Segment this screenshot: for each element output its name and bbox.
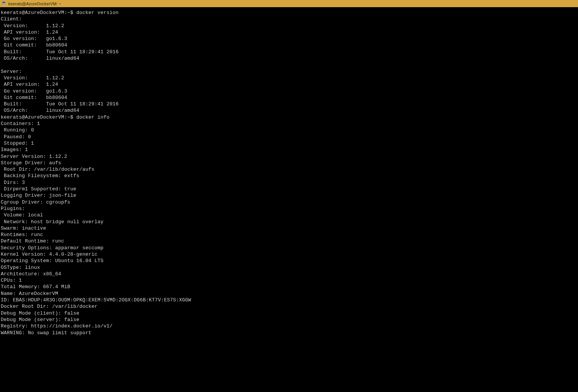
svg-rect-3 <box>3 5 5 6</box>
terminal-line: Total Memory: 667.4 MiB <box>1 284 577 290</box>
terminal-line: Volume: local <box>1 212 577 218</box>
terminal-output[interactable]: keerats@AzureDockerVM:~$ docker versionC… <box>0 7 578 338</box>
window-title: keerats@AzureDockerVM: ~ <box>8 2 61 6</box>
terminal-line: Debug Mode (client): false <box>1 310 577 316</box>
terminal-line: Cgroup Driver: cgroupfs <box>1 199 577 205</box>
terminal-line: Root Dir: /var/lib/docker/aufs <box>1 166 577 173</box>
terminal-line: Version: 1.12.2 <box>1 23 577 29</box>
terminal-line: API version: 1.24 <box>1 81 577 88</box>
terminal-line: Swarm: inactive <box>1 225 577 231</box>
terminal-line: Operating System: Ubuntu 16.04 LTS <box>1 258 577 264</box>
terminal-line: Network: host bridge null overlay <box>1 219 577 225</box>
terminal-line: Backing Filesystem: extfs <box>1 173 577 179</box>
terminal-line: Name: AzureDockerVM <box>1 290 577 297</box>
terminal-line: Debug Mode (server): false <box>1 316 577 323</box>
terminal-line: Running: 0 <box>1 127 577 133</box>
terminal-line: Registry: https://index.docker.io/v1/ <box>1 323 577 329</box>
terminal-line: Paused: 0 <box>1 134 577 140</box>
terminal-line: Runtimes: runc <box>1 231 577 238</box>
terminal-line: OS/Arch: linux/amd64 <box>1 55 577 62</box>
terminal-line: Built: Tue Oct 11 18:29:41 2016 <box>1 101 577 107</box>
terminal-line: keerats@AzureDockerVM:~$ docker info <box>1 114 577 120</box>
terminal-line: Dirs: 3 <box>1 179 577 186</box>
terminal-line: Docker Root Dir: /var/lib/docker <box>1 303 577 310</box>
terminal-line: Server: <box>1 68 577 75</box>
terminal-line: Plugins: <box>1 205 577 212</box>
terminal-line: OSType: linux <box>1 264 577 271</box>
terminal-line: Dirperm1 Supported: true <box>1 186 577 192</box>
terminal-line: keerats@AzureDockerVM:~$ docker version <box>1 9 577 16</box>
terminal-line: ID: EBAS:HDUP:4R3O:OUDM:OPKQ:EXEM:5VMD:2… <box>1 297 577 303</box>
terminal-line: Architecture: x86_64 <box>1 271 577 277</box>
terminal-line: Stopped: 1 <box>1 140 577 147</box>
terminal-line: Git commit: bb80604 <box>1 42 577 48</box>
terminal-line: Default Runtime: runc <box>1 238 577 244</box>
terminal-line: Storage Driver: aufs <box>1 160 577 166</box>
terminal-line: Client: <box>1 16 577 22</box>
terminal-line: API version: 1.24 <box>1 29 577 35</box>
terminal-line: Version: 1.12.2 <box>1 75 577 81</box>
terminal-line: OS/Arch: linux/amd64 <box>1 107 577 114</box>
terminal-line: Git commit: bb80604 <box>1 94 577 101</box>
terminal-line <box>1 62 577 68</box>
terminal-line: Containers: 1 <box>1 120 577 127</box>
terminal-line: Security Options: apparmor seccomp <box>1 245 577 251</box>
terminal-line: CPUs: 1 <box>1 277 577 284</box>
svg-rect-2 <box>3 4 4 5</box>
terminal-line: Kernel Version: 4.4.0-28-generic <box>1 251 577 258</box>
terminal-line: Go version: go1.6.3 <box>1 35 577 42</box>
svg-rect-1 <box>3 2 5 3</box>
terminal-line: Built: Tue Oct 11 18:29:41 2016 <box>1 49 577 55</box>
terminal-line: Server Version: 1.12.2 <box>1 153 577 160</box>
putty-icon <box>2 1 7 6</box>
terminal-line: Go version: go1.6.3 <box>1 88 577 94</box>
terminal-line: WARNING: No swap limit support <box>1 330 577 336</box>
terminal-line: Images: 1 <box>1 147 577 153</box>
terminal-line: Logging Driver: json-file <box>1 192 577 199</box>
window-title-bar[interactable]: keerats@AzureDockerVM: ~ <box>0 0 578 7</box>
